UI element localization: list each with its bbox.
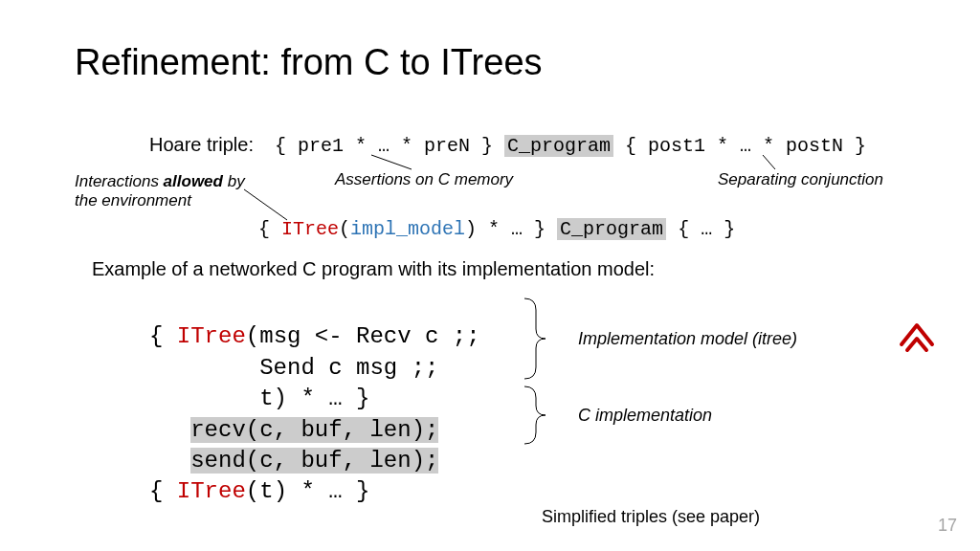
svg-line-2 xyxy=(763,155,775,169)
annot-sepconj: Separating conjunction xyxy=(718,170,883,189)
hoare-pre: { pre1 * … * preN } xyxy=(275,135,493,157)
refinement-line: { ITree(impl_model) * … } C_program { … … xyxy=(258,218,735,240)
logo-icon xyxy=(898,318,936,360)
footnote: Simplified triples (see paper) xyxy=(542,507,760,527)
annot-assertions: Assertions on C memory xyxy=(335,170,513,189)
page-number: 17 xyxy=(938,516,957,536)
label-impl-model: Implementation model (itree) xyxy=(578,329,797,349)
hoare-triple-line: Hoare triple: { pre1 * … * preN } C_prog… xyxy=(149,134,866,157)
hoare-program: C_program xyxy=(504,135,613,157)
svg-line-1 xyxy=(371,155,412,169)
page-title: Refinement: from C to ITrees xyxy=(75,42,543,83)
label-c-impl: C implementation xyxy=(578,406,712,426)
hoare-label: Hoare triple: xyxy=(149,134,254,155)
example-caption: Example of a networked C program with it… xyxy=(92,258,655,280)
hoare-post: { post1 * … * postN } xyxy=(625,135,866,157)
annot-interactions: Interactions allowed by the environment xyxy=(75,172,266,210)
example-code: { ITree(msg <- Recv c ;; Send c msg ;; t… xyxy=(149,291,480,539)
